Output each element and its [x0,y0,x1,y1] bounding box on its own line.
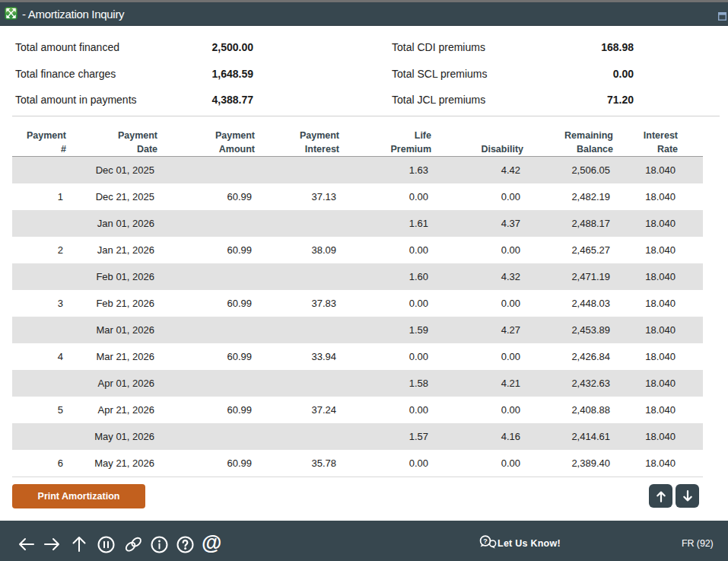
svg-text:?: ? [483,537,488,545]
